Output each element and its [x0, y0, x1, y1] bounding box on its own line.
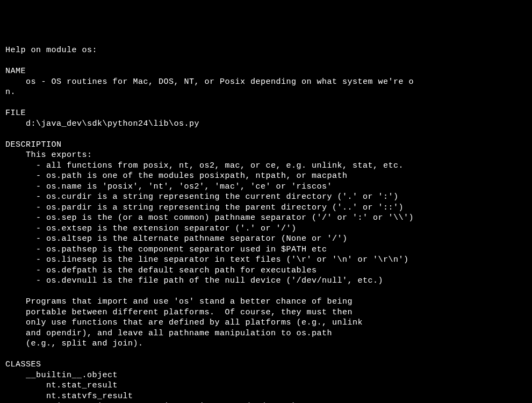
export-line-9: - os.linesep is the line separator in te…: [5, 255, 409, 264]
help-header: Help on module os:: [5, 46, 97, 55]
file-title: FILE: [5, 109, 26, 118]
name-content: os - OS routines for Mac, DOS, NT, or Po…: [5, 77, 414, 97]
class-line-0: __builtin__.object: [5, 371, 118, 380]
class-line-1: nt.stat_result: [5, 381, 118, 390]
export-line-7: - os.altsep is the alternate pathname se…: [5, 234, 348, 243]
file-content: d:\java_dev\sdk\python24\lib\os.py: [5, 119, 199, 128]
export-line-4: - os.pardir is a string representing the…: [5, 203, 404, 212]
export-line-8: - os.pathsep is the component separator …: [5, 245, 327, 254]
terminal-output: Help on module os: NAME os - OS routines…: [5, 45, 527, 403]
export-line-6: - os.extsep is the extension separator (…: [5, 224, 297, 233]
name-title: NAME: [5, 67, 26, 76]
description-title: DESCRIPTION: [5, 140, 62, 149]
export-line-0: - all functions from posix, nt, os2, mac…: [5, 161, 404, 170]
export-line-2: - os.name is 'posix', 'nt', 'os2', 'mac'…: [5, 182, 332, 191]
export-line-5: - os.sep is the (or a most common) pathn…: [5, 213, 414, 222]
export-line-11: - os.devnull is the file path of the nul…: [5, 276, 383, 285]
classes-title: CLASSES: [5, 360, 41, 369]
export-line-3: - os.curdir is a string representing the…: [5, 192, 399, 202]
class-line-2: nt.statvfs_result: [5, 392, 133, 401]
export-line-10: - os.defpath is the default search path …: [5, 266, 317, 275]
description-intro: This exports:: [5, 150, 92, 160]
export-line-1: - os.path is one of the modules posixpat…: [5, 171, 348, 181]
description-paragraph: Programs that import and use 'os' stand …: [5, 297, 363, 348]
